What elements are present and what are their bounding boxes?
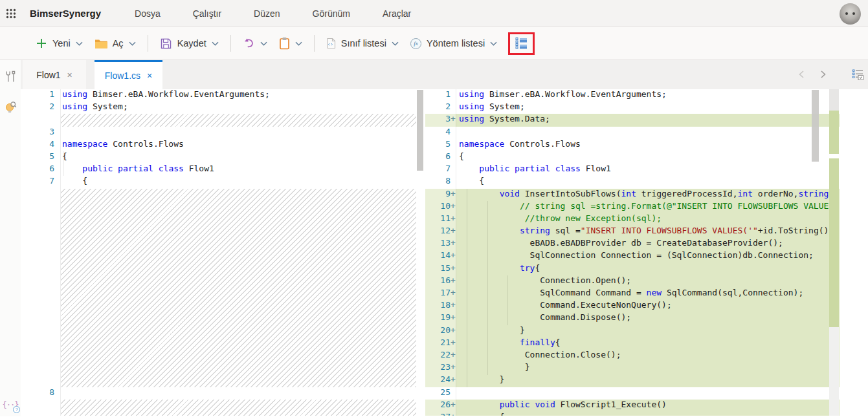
right-scrollbar-thumb[interactable] [812,90,819,162]
line-number: 10+ [425,201,456,213]
close-icon[interactable]: × [67,70,72,80]
indent-guide [467,189,467,387]
code-help-button[interactable]: {··} ? [3,398,19,410]
diff-overview-ruler[interactable] [829,89,839,416]
left-scrollbar-thumb[interactable] [417,90,423,171]
left-sidebar: {··} ? [0,60,21,416]
line-number: 7 [425,164,456,176]
code-line[interactable]: 6{ [425,151,840,164]
code-line[interactable]: 9+ void InsertIntoSubFlows(int triggered… [425,189,840,201]
nav-next-button[interactable] [819,70,827,79]
menu-item-dosya[interactable]: Dosya [135,8,161,19]
code-line[interactable]: 26+ public void FlowScript1_Execute() [425,400,840,412]
inspect-button[interactable] [4,101,17,114]
tab-strip: Flow1 × Flow1.cs × [21,60,868,89]
ruler-added-marker [829,111,839,154]
tab-flow1[interactable]: Flow1 × [23,60,86,89]
code-line[interactable]: 3+using System.Data; [425,114,840,126]
menu-item-araclar[interactable]: Araçlar [383,8,411,19]
ruler-segment [829,89,839,111]
line-number: 3 [21,127,61,139]
app-launcher-waffle-icon[interactable] [0,0,22,27]
code-line[interactable]: 4 [425,127,840,139]
tab-flow1cs[interactable]: Flow1.cs × [95,60,162,89]
chevron-down-icon [76,41,83,46]
open-button[interactable]: Aç [89,32,142,55]
line-number: 12+ [425,226,456,238]
code-line[interactable]: 24+ } [425,374,840,387]
line-number: 5 [21,151,61,164]
line-number: 23+ [425,362,456,374]
code-line[interactable]: 8 [21,387,416,400]
code-line[interactable]: 27+ { [425,412,840,416]
line-number: 21+ [425,337,456,350]
method-list-button[interactable]: fx Yöntem listesi [405,32,503,55]
code-line[interactable]: 25 [425,387,840,400]
menu-item-duzen[interactable]: Düzen [254,8,280,19]
task-list-icon [852,69,864,81]
class-list-button[interactable]: Sınıf listesi [320,32,405,55]
code-line[interactable]: 3 [21,127,416,139]
save-floppy-icon [160,37,172,50]
line-number: 20+ [425,325,456,337]
line-number: 16+ [425,275,456,288]
paste-button[interactable] [273,32,308,55]
toolbar-divider [314,35,315,52]
new-button-label: Yeni [52,38,71,48]
chevron-down-icon [212,41,219,46]
script-outline-button[interactable] [515,37,528,50]
undo-button[interactable] [237,32,273,55]
close-icon[interactable]: × [147,71,152,80]
ruler-gap [829,154,839,158]
code-line[interactable]: 1using Bimser.eBA.Workflow.EventArgument… [425,89,840,102]
avatar[interactable] [840,3,861,25]
code-line[interactable]: 6 public partial class Flow1 [21,164,416,176]
line-number: 15+ [425,263,456,275]
fx-icon: fx [410,38,421,49]
toolbar-divider [230,35,231,52]
menu-bar: BimserSynergy Dosya Çalıştır Düzen Görün… [0,0,868,27]
indent-guide [507,275,508,325]
main-area: {··} ? Flow1 × Flow1.cs × [0,60,868,416]
diff-gap [21,400,416,416]
waffle-icon [6,8,16,19]
line-number: 1 [21,89,61,102]
new-button[interactable]: Yeni [30,32,89,55]
menu-items: Dosya Çalıştır Düzen Görünüm Araçlar [135,8,411,19]
line-number: 6 [425,151,456,164]
line-number: 19+ [425,312,456,325]
line-number: 8 [425,176,456,188]
chevron-left-icon [797,70,806,79]
code-line[interactable]: 7 public partial class Flow1 [425,164,840,176]
code-line[interactable]: 7 { [21,176,416,188]
clipboard-icon [279,37,290,50]
line-number: 6 [21,164,61,176]
code-line[interactable]: 5{ [21,151,416,164]
indent-guide [487,201,488,375]
save-button[interactable]: Kaydet [154,32,225,55]
diff-pane-original[interactable]: 1using Bimser.eBA.Workflow.EventArgument… [21,89,416,416]
line-number: 9+ [425,189,456,201]
tools-button[interactable] [5,70,16,83]
undo-icon [243,37,255,50]
nav-prev-button[interactable] [797,70,806,79]
code-line[interactable]: 2using System; [21,102,416,114]
wrench-screwdriver-icon [5,70,16,83]
task-list-button[interactable] [852,69,864,83]
question-icon: ? [13,406,20,413]
code-line[interactable]: 2using System; [425,102,840,114]
diff-view: 1using Bimser.eBA.Workflow.EventArgument… [21,89,868,416]
menu-item-calistir[interactable]: Çalıştır [193,8,221,19]
code-line[interactable]: 1using Bimser.eBA.Workflow.EventArgument… [21,89,416,102]
line-number: 2 [425,102,456,114]
diff-gap [21,189,416,387]
tab-nav [797,70,827,79]
line-number: 1 [425,89,456,102]
code-line[interactable]: 4namespace Controls.Flows [21,139,416,151]
line-number: 18+ [425,300,456,312]
tab-flow1cs-label: Flow1.cs [105,70,140,81]
code-line[interactable]: 8 { [425,176,840,188]
menu-item-gorunum[interactable]: Görünüm [313,8,350,19]
line-number: 26+ [425,400,456,412]
code-line[interactable]: 5namespace Controls.Flows [425,139,840,151]
